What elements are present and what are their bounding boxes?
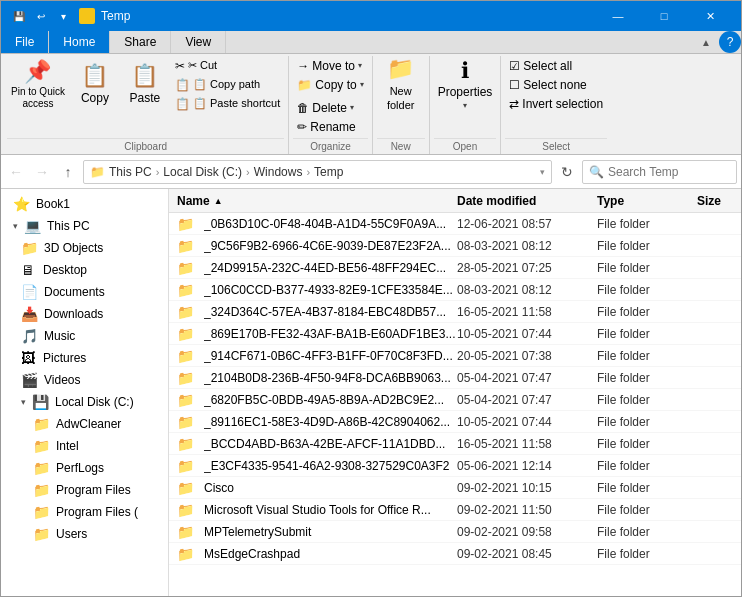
file-folder-icon: 📁 — [177, 458, 194, 474]
sidebar-item-music[interactable]: 🎵 Music — [1, 325, 168, 347]
intel-icon: 📁 — [33, 438, 50, 454]
table-row[interactable]: 📁 _2104B0D8-236B-4F50-94F8-DCA6BB9063...… — [169, 367, 741, 389]
tab-file[interactable]: File — [1, 31, 49, 53]
quick-save-btn[interactable]: 💾 — [9, 6, 29, 26]
table-row[interactable]: 📁 _BCCD4ABD-B63A-42BE-AFCF-11A1DBD... 16… — [169, 433, 741, 455]
help-btn[interactable]: ? — [719, 31, 741, 53]
address-bar[interactable]: 📁 This PC › Local Disk (C:) › Windows › … — [83, 160, 552, 184]
sidebar-users-label: Users — [56, 527, 87, 541]
sidebar-item-desktop[interactable]: 🖥 Desktop — [1, 259, 168, 281]
clipboard-small-group: ✂ ✂ Cut 📋 📋 Copy path 📋 📋 Paste shortcut — [171, 56, 284, 113]
copy-path-btn[interactable]: 📋 📋 Copy path — [171, 75, 284, 94]
clipboard-label: Clipboard — [7, 138, 284, 154]
table-row[interactable]: 📁 Microsoft Visual Studio Tools for Offi… — [169, 499, 741, 521]
address-temp: Temp — [314, 165, 343, 179]
sidebar-item-perflogs[interactable]: 📁 PerfLogs — [1, 457, 168, 479]
file-date: 10-05-2021 07:44 — [457, 327, 597, 341]
table-row[interactable]: 📁 _9C56F9B2-6966-4C6E-9039-DE87E23F2A...… — [169, 235, 741, 257]
pin-icon: 📌 — [24, 58, 51, 87]
videos-icon: 🎬 — [21, 372, 38, 388]
up-btn[interactable]: ↑ — [57, 161, 79, 183]
maximize-btn[interactable]: □ — [641, 1, 687, 31]
invert-selection-btn[interactable]: ⇄ Invert selection — [505, 94, 607, 113]
table-row[interactable]: 📁 _0B63D10C-0F48-404B-A1D4-55C9F0A9A... … — [169, 213, 741, 235]
table-row[interactable]: 📁 _24D9915A-232C-44ED-BE56-48FF294EC... … — [169, 257, 741, 279]
sidebar-3dobjects-label: 3D Objects — [44, 241, 103, 255]
quick-more-btn[interactable]: ▾ — [53, 6, 73, 26]
cut-btn[interactable]: ✂ ✂ Cut — [171, 56, 284, 75]
search-input[interactable] — [608, 165, 730, 179]
table-row[interactable]: 📁 _869E170B-FE32-43AF-BA1B-E60ADF1BE3...… — [169, 323, 741, 345]
select-none-btn[interactable]: ☐ Select none — [505, 75, 607, 94]
sidebar-item-thispc[interactable]: ▾ 💻 This PC — [1, 215, 168, 237]
desktop-icon: 🖥 — [21, 262, 37, 278]
select-label: Select — [505, 138, 607, 154]
quickaccess-icon: ⭐ — [13, 196, 30, 212]
table-row[interactable]: 📁 Cisco 09-02-2021 10:15 File folder — [169, 477, 741, 499]
sidebar-item-quickaccess[interactable]: ⭐ Book1 — [1, 193, 168, 215]
table-row[interactable]: 📁 _E3CF4335-9541-46A2-9308-327529C0A3F2 … — [169, 455, 741, 477]
sidebar-item-downloads[interactable]: 📥 Downloads — [1, 303, 168, 325]
sidebar-item-localdisk[interactable]: ▾ 💾 Local Disk (C:) — [1, 391, 168, 413]
sidebar-item-3dobjects[interactable]: 📁 3D Objects — [1, 237, 168, 259]
copy-btn[interactable]: 📋 Copy — [71, 56, 119, 112]
title-bar: 💾 ↩ ▾ Temp — □ ✕ — [1, 1, 741, 31]
table-row[interactable]: 📁 _914CF671-0B6C-4FF3-B1FF-0F70C8F3FD...… — [169, 345, 741, 367]
new-folder-btn[interactable]: 📁 New folder — [377, 56, 425, 112]
copy-to-btn[interactable]: 📁 Copy to ▾ — [293, 75, 367, 94]
selectall-icon: ☑ — [509, 59, 520, 73]
tab-share[interactable]: Share — [110, 31, 171, 53]
minimize-btn[interactable]: — — [595, 1, 641, 31]
table-row[interactable]: 📁 _106C0CCD-B377-4933-82E9-1CFE33584E...… — [169, 279, 741, 301]
forward-btn[interactable]: → — [31, 161, 53, 183]
sidebar-item-intel[interactable]: 📁 Intel — [1, 435, 168, 457]
sidebar-item-programfiles[interactable]: 📁 Program Files — [1, 479, 168, 501]
table-row[interactable]: 📁 MPTelemetrySubmit 09-02-2021 09:58 Fil… — [169, 521, 741, 543]
tab-home[interactable]: Home — [49, 31, 110, 53]
col-type-header[interactable]: Type — [597, 194, 697, 208]
delete-btn[interactable]: 🗑 Delete ▾ — [293, 98, 367, 117]
paste-shortcut-btn[interactable]: 📋 📋 Paste shortcut — [171, 94, 284, 113]
properties-btn[interactable]: ℹ Properties ▾ — [434, 56, 497, 112]
paste-btn[interactable]: 📋 Paste — [121, 56, 169, 112]
rename-btn[interactable]: ✏ Rename — [293, 117, 367, 136]
file-date: 10-05-2021 07:44 — [457, 415, 597, 429]
copyto-dropdown: ▾ — [360, 80, 364, 89]
sidebar-thispc-label: This PC — [47, 219, 90, 233]
col-size-header[interactable]: Size — [697, 194, 733, 208]
pictures-icon: 🖼 — [21, 350, 37, 366]
users-icon: 📁 — [33, 526, 50, 542]
ribbon-collapse-btn[interactable]: ▲ — [697, 31, 715, 53]
sidebar-item-pictures[interactable]: 🖼 Pictures — [1, 347, 168, 369]
file-name: _324D364C-57EA-4B37-8184-EBC48DB57... — [204, 305, 457, 319]
moveto-dropdown: ▾ — [358, 61, 362, 70]
sidebar-item-programfiles2[interactable]: 📁 Program Files ( — [1, 501, 168, 523]
tab-view[interactable]: View — [171, 31, 226, 53]
file-area: Name ▲ Date modified Type Size 📁 _0B63D1… — [169, 189, 741, 597]
sidebar-item-adwcleaner[interactable]: 📁 AdwCleaner — [1, 413, 168, 435]
file-date: 16-05-2021 11:58 — [457, 305, 597, 319]
table-row[interactable]: 📁 _6820FB5C-0BDB-49A5-8B9A-AD2BC9E2... 0… — [169, 389, 741, 411]
col-name-header[interactable]: Name ▲ — [177, 194, 457, 208]
table-row[interactable]: 📁 _89116EC1-58E3-4D9D-A86B-42C8904062...… — [169, 411, 741, 433]
table-row[interactable]: 📁 _324D364C-57EA-4B37-8184-EBC48DB57... … — [169, 301, 741, 323]
col-date-header[interactable]: Date modified — [457, 194, 597, 208]
sidebar-item-videos[interactable]: 🎬 Videos — [1, 369, 168, 391]
sidebar-item-users[interactable]: 📁 Users — [1, 523, 168, 545]
sidebar-item-documents[interactable]: 📄 Documents — [1, 281, 168, 303]
file-type: File folder — [597, 261, 697, 275]
back-btn[interactable]: ← — [5, 161, 27, 183]
quick-undo-btn[interactable]: ↩ — [31, 6, 51, 26]
file-type: File folder — [597, 481, 697, 495]
refresh-btn[interactable]: ↻ — [556, 161, 578, 183]
move-to-btn[interactable]: → Move to ▾ — [293, 56, 367, 75]
select-all-btn[interactable]: ☑ Select all — [505, 56, 607, 75]
localdisk-expand-icon: ▾ — [21, 397, 26, 407]
table-row[interactable]: 📁 MsEdgeCrashpad 09-02-2021 08:45 File f… — [169, 543, 741, 565]
sidebar-adwcleaner-label: AdwCleaner — [56, 417, 121, 431]
invertselect-icon: ⇄ — [509, 97, 519, 111]
file-name: _2104B0D8-236B-4F50-94F8-DCA6BB9063... — [204, 371, 457, 385]
file-folder-icon: 📁 — [177, 216, 194, 232]
close-btn[interactable]: ✕ — [687, 1, 733, 31]
pin-quick-access-btn[interactable]: 📌 Pin to Quick access — [7, 56, 69, 112]
